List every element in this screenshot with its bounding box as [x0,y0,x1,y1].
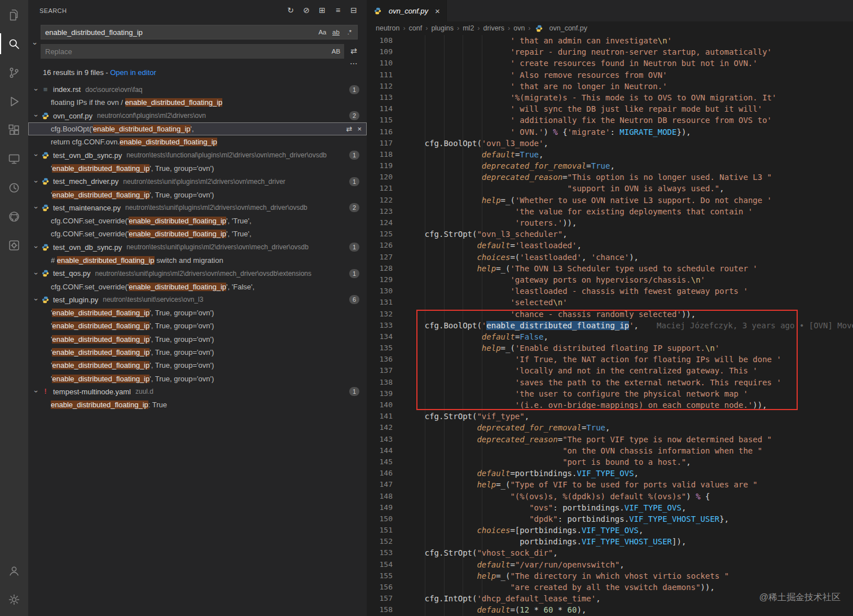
code-line[interactable]: 133 cfg.BoolOpt('enable_distributed_floa… [367,320,853,331]
search-match-row[interactable]: 'enable_distributed_floating_ip', True, … [28,188,367,201]
chevron-down-icon[interactable]: › [32,151,41,159]
code-line[interactable]: 122 help=_('Whether to use OVN native L3… [367,195,853,206]
search-match-row[interactable]: 'enable_distributed_floating_ip', True, … [28,333,367,346]
code-area[interactable]: 108 ' that an admin can investigate\n'10… [367,35,853,616]
breadcrumb-item[interactable]: ovn [513,24,525,32]
code-line[interactable]: 137 'locally and not in the centralized … [367,365,853,376]
code-line[interactable]: 140 '(i.e. ovn-bridge-mappings) on each … [367,399,853,411]
code-line[interactable]: 114 ' will sync the DB just like repair … [367,103,853,115]
code-line[interactable]: 150 "dpdk": portbindings.VIF_TYPE_VHOST_… [367,513,853,525]
chevron-down-icon[interactable]: › [32,270,41,278]
search-match-row[interactable]: 'enable_distributed_floating_ip', True, … [28,162,367,175]
code-line[interactable]: 158 default=(12 * 60 * 60), [367,604,853,615]
code-line[interactable]: 113 '%(migrate)s - This mode is to OVS t… [367,92,853,103]
code-line[interactable]: 124 'routers.')), [367,217,853,228]
code-line[interactable]: 119 deprecated_for_removal=True, [367,160,853,171]
code-line[interactable]: 123 'the value for existing deployments … [367,206,853,217]
tools-icon[interactable] [0,231,28,259]
search-match-row[interactable]: 'enable_distributed_floating_ip', True, … [28,346,367,359]
search-file-row[interactable]: ›test_plugin.pyneutron\tests\unit\servic… [28,293,367,306]
code-line[interactable]: 154 default="/var/run/openvswitch", [367,559,853,570]
code-line[interactable]: 126 default='leastloaded', [367,240,853,251]
extensions-icon[interactable] [0,116,28,144]
history-icon[interactable] [0,173,28,202]
search-icon[interactable] [0,29,28,58]
open-search-editor-icon[interactable]: ⊞ [316,4,328,16]
code-line[interactable]: 141 cfg.StrOpt("vif_type", [367,411,853,422]
chevron-down-icon[interactable]: › [32,86,41,94]
github-icon[interactable] [0,202,28,231]
code-line[interactable]: 116 ' OVN.') % {'migrate': MIGRATE_MODE}… [367,126,853,138]
search-match-row[interactable]: # enable_distributed_floating_ip switch … [28,254,367,267]
replace-input[interactable] [41,47,330,56]
run-debug-icon[interactable] [0,87,28,116]
code-line[interactable]: 134 default=False, [367,331,853,342]
search-match-row[interactable]: cfg.CONF.set_override('enable_distribute… [28,280,367,293]
code-line[interactable]: 136 'If True, the NAT action for floatin… [367,354,853,365]
chevron-down-icon[interactable]: › [32,178,41,186]
search-file-row[interactable]: ›test_maintenance.pyneutron\tests\unit\p… [28,201,367,214]
code-line[interactable]: 131 'selected\n' [367,297,853,308]
match-case-icon[interactable]: Aa [316,27,328,38]
search-match-row[interactable]: cfg.CONF.set_override('enable_distribute… [28,227,367,240]
search-match-row[interactable]: enable_distributed_floating_ip: True [28,398,367,411]
breadcrumb-item[interactable]: plugins [431,24,454,32]
chevron-down-icon[interactable]: › [32,112,41,120]
search-match-row[interactable]: 'enable_distributed_floating_ip', True, … [28,306,367,319]
code-line[interactable]: 139 'the user to configure the physical … [367,388,853,399]
code-line[interactable]: 147 help=_("Type of VIF to be used for p… [367,479,853,490]
view-as-list-icon[interactable]: ≡ [332,4,344,16]
chevron-down-icon[interactable]: › [32,388,41,395]
search-file-row[interactable]: ›test_qos.pyneutron\tests\unit\plugins\m… [28,267,367,280]
breadcrumb-file[interactable]: ovn_conf.py [534,24,587,32]
code-line[interactable]: 121 "support in OVN is always used.", [367,183,853,194]
code-line[interactable]: 146 default=portbindings.VIF_TYPE_OVS, [367,468,853,479]
code-line[interactable]: 143 deprecated_reason="The port VIF type… [367,434,853,445]
search-file-row[interactable]: ›!tempest-multinode.yamlzuul.d1 [28,385,367,398]
chevron-down-icon[interactable]: › [32,243,41,251]
replace-icon[interactable]: ⇄ [346,125,353,133]
account-icon[interactable] [0,556,28,585]
search-file-row[interactable]: ›test_ovn_db_sync.pyneutron\tests\functi… [28,148,367,161]
code-line[interactable]: 155 help=_("The directory in which vhost… [367,570,853,582]
code-line[interactable]: 130 'leastloaded - chassis with fewest g… [367,285,853,297]
code-line[interactable]: 109 'repair - during neutron-server star… [367,46,853,58]
more-actions-icon[interactable]: ⋯ [348,57,360,69]
code-line[interactable]: 129 'gateway ports on hypervisors/chassi… [367,274,853,285]
code-line[interactable]: 120 deprecated_reason="This option is no… [367,171,853,183]
search-match-row[interactable]: floating IPs if the ovn / enable_distrib… [28,96,367,109]
breadcrumb-item[interactable]: drivers [483,24,505,32]
source-control-icon[interactable] [0,58,28,87]
code-line[interactable]: 128 help=_('The OVN L3 Scheduler type us… [367,263,853,274]
search-match-row[interactable]: 'enable_distributed_floating_ip', True, … [28,319,367,332]
remote-explorer-icon[interactable] [0,144,28,173]
code-line[interactable]: 112 ' that are no longer in Neutron.' [367,81,853,92]
code-line[interactable]: 110 ' create resources found in Neutron … [367,58,853,69]
settings-gear-icon[interactable] [0,585,28,614]
whole-word-icon[interactable]: ab [330,27,342,38]
search-file-row[interactable]: ›≡index.rstdoc\source\ovn\faq1 [28,83,367,96]
code-line[interactable]: 144 "on the OVN chassis information when… [367,445,853,456]
code-line[interactable]: 148 "(%(ovs)s, %(dpdk)s) default %(ovs)s… [367,491,853,502]
code-line[interactable]: 117 cfg.BoolOpt('ovn_l3_mode', [367,138,853,149]
code-line[interactable]: 132 'chance - chassis randomly selected'… [367,309,853,320]
preserve-case-icon[interactable]: AB [330,46,342,57]
code-line[interactable]: 118 default=True, [367,149,853,160]
code-line[interactable]: 152 portbindings.VIF_TYPE_VHOST_USER]), [367,536,853,547]
search-match-row[interactable]: return cfg.CONF.ovn.enable_distributed_f… [28,135,367,148]
code-line[interactable]: 115 ' additionally fix the Neutron DB re… [367,115,853,126]
code-line[interactable]: 127 choices=('leastloaded', 'chance'), [367,252,853,263]
search-match-row[interactable]: 'enable_distributed_floating_ip', True, … [28,359,367,372]
code-line[interactable]: 142 deprecated_for_removal=True, [367,422,853,433]
search-input[interactable] [41,28,316,37]
open-in-editor-link[interactable]: Open in editor [110,68,156,77]
breadcrumb-item[interactable]: ml2 [463,24,474,32]
search-file-row[interactable]: ›test_ovn_db_sync.pyneutron\tests\unit\p… [28,241,367,254]
search-match-row[interactable]: cfg.BoolOpt('enable_distributed_floating… [28,122,367,135]
tab-close-icon[interactable]: × [435,6,440,16]
chevron-down-icon[interactable]: › [32,204,41,212]
code-line[interactable]: 111 ' Also remove resources from OVN' [367,69,853,81]
dismiss-icon[interactable]: × [357,125,362,133]
code-line[interactable]: 151 choices=[portbindings.VIF_TYPE_OVS, [367,525,853,536]
code-line[interactable]: 138 'saves the path to the external netw… [367,377,853,388]
